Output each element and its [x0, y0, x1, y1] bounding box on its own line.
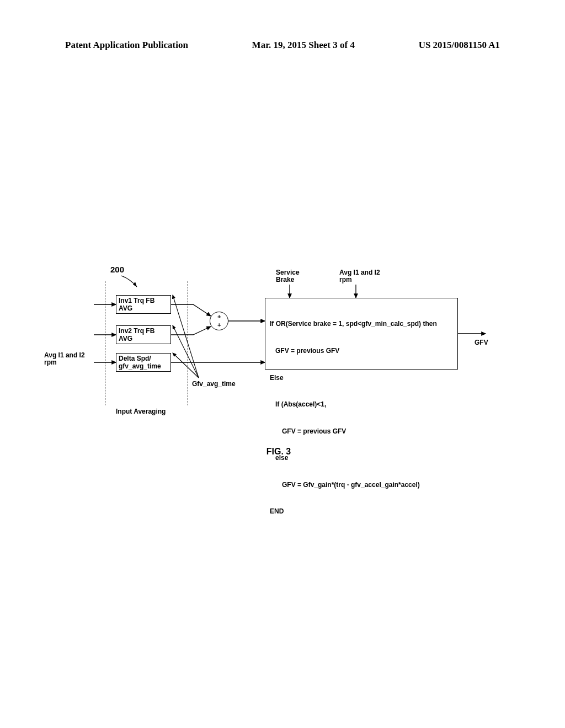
- svg-line-7: [173, 325, 199, 378]
- svg-line-6: [173, 353, 199, 378]
- block-delta-spd: Delta Spd/ gfv_avg_time: [116, 353, 171, 372]
- leader-arrow-icon: [120, 275, 142, 291]
- logic-line-2: GFV = previous GFV: [275, 346, 453, 355]
- label-service-brake: Service Brake: [276, 269, 315, 283]
- logic-block: If OR(Service brake = 1, spd<gfv_min_cal…: [265, 298, 458, 370]
- summing-junction: + +: [210, 312, 228, 330]
- logic-line-1: If OR(Service brake = 1, spd<gfv_min_cal…: [270, 319, 453, 328]
- label-avg-rpm-input: Avg I1 and I2 rpm: [44, 352, 94, 366]
- header-right: US 2015/0081150 A1: [419, 40, 500, 51]
- logic-line-3: Else: [270, 373, 453, 382]
- page-header: Patent Application Publication Mar. 19, …: [65, 40, 500, 51]
- sum-plus-bottom: +: [217, 322, 221, 328]
- diagram-fig3: 200 Inv1 Trq FB AVG Inv2 Trq FB AVG Delt…: [39, 265, 519, 474]
- block-inv1-trq-fb-avg: Inv1 Trq FB AVG: [116, 295, 171, 314]
- label-gfv-avg-time: Gfv_avg_time: [192, 381, 236, 388]
- header-left: Patent Application Publication: [65, 40, 188, 51]
- dashed-boundary-left: [105, 281, 105, 405]
- label-gfv-output: GFV: [475, 339, 488, 346]
- sum-plus-top: +: [217, 313, 221, 320]
- header-center: Mar. 19, 2015 Sheet 3 of 4: [252, 40, 355, 51]
- label-input-averaging: Input Averaging: [116, 408, 166, 415]
- label-avg-rpm-top: Avg I1 and I2 rpm: [339, 269, 389, 283]
- svg-line-8: [173, 295, 199, 378]
- logic-line-7: GFV = Gfv_gain*(trq - gfv_accel_gain*acc…: [282, 480, 453, 489]
- logic-line-4: If (Abs(accel)<1,: [275, 400, 453, 409]
- logic-line-5: GFV = previous GFV: [282, 427, 453, 436]
- logic-line-8: END: [270, 507, 453, 516]
- figure-caption: FIG. 3: [39, 447, 519, 457]
- block-inv2-trq-fb-avg: Inv2 Trq FB AVG: [116, 325, 171, 344]
- dashed-boundary-right: [188, 281, 188, 405]
- svg-marker-0: [133, 282, 137, 287]
- ref-label-200: 200: [110, 265, 124, 274]
